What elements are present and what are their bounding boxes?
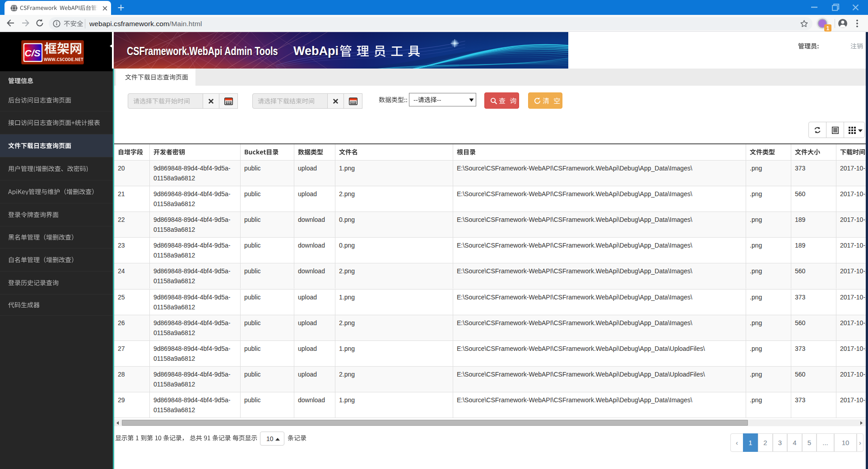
svg-text:1: 1 [826, 25, 830, 32]
svg-text:C/S: C/S [24, 48, 40, 58]
